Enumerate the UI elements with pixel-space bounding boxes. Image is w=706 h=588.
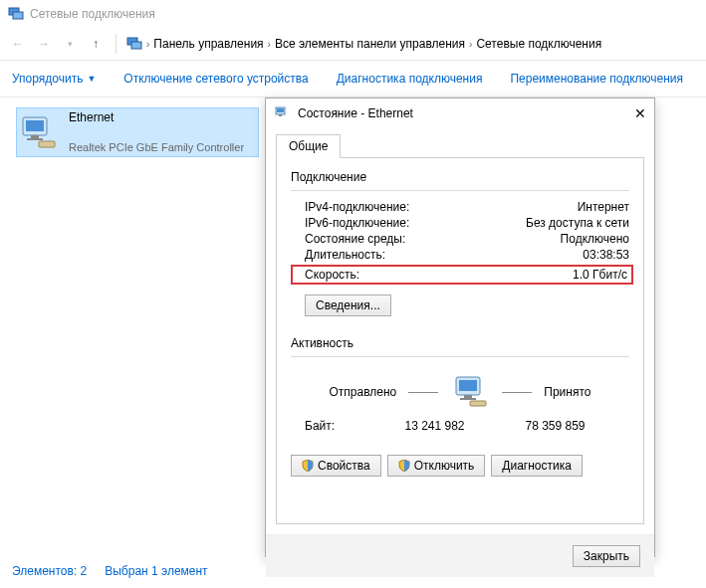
adapter-description: Realtek PCIe GbE Family Controller: [69, 140, 244, 154]
details-button[interactable]: Сведения...: [305, 294, 391, 316]
close-button[interactable]: ✕: [616, 105, 646, 121]
tab-general[interactable]: Общие: [276, 134, 341, 158]
network-connections-icon: [8, 6, 24, 22]
ipv6-label: IPv6-подключение:: [305, 216, 409, 230]
svg-rect-16: [470, 401, 486, 406]
speed-label: Скорость:: [305, 268, 359, 282]
media-state-value: Подключено: [561, 232, 629, 246]
properties-button[interactable]: Свойства: [291, 455, 381, 477]
received-label: Принято: [544, 385, 590, 399]
activity-group-label: Активность: [291, 336, 629, 350]
duration-value: 03:38:53: [583, 248, 629, 262]
sent-bytes: 13 241 982: [374, 419, 495, 433]
ipv4-value: Интернет: [578, 200, 629, 214]
sent-label: Отправлено: [330, 385, 397, 399]
forward-button[interactable]: →: [34, 34, 54, 54]
diagnose-button[interactable]: Диагностика: [491, 455, 583, 477]
duration-label: Длительность:: [305, 248, 385, 262]
connection-group-label: Подключение: [291, 170, 629, 184]
breadcrumb-item[interactable]: Панель управления: [153, 37, 263, 51]
adapter-status: [69, 126, 244, 140]
svg-rect-13: [459, 380, 477, 391]
window-title: Сетевые подключения: [30, 7, 155, 21]
organize-menu[interactable]: Упорядочить▼: [12, 72, 96, 86]
speed-row-highlight: Скорость: 1.0 Гбит/с: [291, 265, 633, 285]
shield-icon: [302, 460, 314, 472]
diagnose-button[interactable]: Диагностика подключения: [337, 72, 483, 86]
chevron-down-icon: ▼: [87, 74, 96, 84]
media-state-label: Состояние среды:: [305, 232, 405, 246]
chevron-right-icon: ›: [469, 39, 472, 50]
svg-rect-8: [39, 141, 55, 147]
svg-rect-7: [27, 138, 43, 140]
shield-icon: [398, 460, 410, 472]
chevron-right-icon: ›: [146, 39, 149, 50]
svg-rect-14: [464, 395, 472, 398]
svg-rect-1: [13, 12, 23, 19]
command-bar: Упорядочить▼ Отключение сетевого устройс…: [0, 60, 706, 98]
bytes-label: Байт:: [305, 419, 374, 433]
dialog-titlebar: Состояние - Ethernet ✕: [266, 98, 654, 128]
speed-value: 1.0 Гбит/с: [573, 268, 627, 282]
chevron-right-icon: ›: [268, 39, 271, 50]
ethernet-status-dialog: Состояние - Ethernet ✕ Общие Подключение…: [265, 98, 655, 557]
window-titlebar: Сетевые подключения: [0, 0, 706, 28]
ethernet-status-icon: [274, 105, 290, 121]
adapter-name: Ethernet: [69, 110, 244, 126]
svg-rect-11: [279, 114, 282, 116]
svg-rect-3: [131, 42, 141, 49]
network-adapter-item[interactable]: Ethernet Realtek PCIe GbE Family Control…: [16, 107, 259, 157]
rename-button[interactable]: Переименование подключения: [510, 72, 683, 86]
disable-button[interactable]: Отключить: [387, 455, 486, 477]
activity-line-left: [408, 392, 438, 393]
activity-line-right: [502, 392, 532, 393]
breadcrumb-item[interactable]: Сетевые подключения: [476, 37, 601, 51]
computer-network-icon: [450, 375, 490, 409]
disable-device-button[interactable]: Отключение сетевого устройства: [123, 72, 308, 86]
close-dialog-button[interactable]: Закрыть: [573, 545, 640, 567]
svg-rect-15: [460, 398, 476, 400]
recent-dropdown[interactable]: ▾: [60, 34, 80, 54]
svg-rect-6: [31, 135, 39, 138]
ipv4-label: IPv4-подключение:: [305, 200, 409, 214]
items-count: Элементов: 2: [12, 564, 87, 580]
svg-rect-5: [26, 120, 44, 131]
selected-count: Выбран 1 элемент: [105, 564, 207, 580]
breadcrumb-item[interactable]: Все элементы панели управления: [275, 37, 465, 51]
svg-rect-10: [277, 108, 284, 112]
tab-strip: Общие: [276, 134, 644, 158]
back-button[interactable]: ←: [8, 34, 28, 54]
network-connections-icon: [126, 36, 142, 52]
up-button[interactable]: ↑: [86, 34, 106, 54]
ethernet-adapter-icon: [19, 113, 59, 151]
received-bytes: 78 359 859: [495, 419, 615, 433]
tab-panel: Подключение IPv4-подключение:Интернет IP…: [276, 158, 644, 524]
dialog-title: Состояние - Ethernet: [298, 106, 616, 120]
ipv6-value: Без доступа к сети: [526, 216, 629, 230]
breadcrumb[interactable]: › Панель управления › Все элементы панел…: [126, 36, 601, 52]
navigation-bar: ← → ▾ ↑ › Панель управления › Все элемен…: [0, 28, 706, 60]
